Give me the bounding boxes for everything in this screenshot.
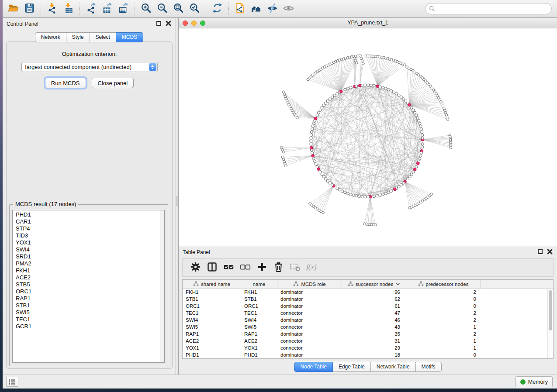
- network-node[interactable]: [419, 122, 421, 125]
- network-node[interactable]: [319, 109, 322, 111]
- mcds-result-item[interactable]: STB1: [13, 302, 160, 309]
- network-node[interactable]: [326, 179, 329, 182]
- tab-style[interactable]: Style: [66, 32, 90, 42]
- task-history-button[interactable]: [6, 377, 18, 387]
- network-node[interactable]: [360, 57, 363, 60]
- network-node[interactable]: [415, 114, 418, 117]
- apply-layout-button[interactable]: [209, 1, 225, 16]
- network-node[interactable]: [408, 175, 411, 178]
- network-node[interactable]: [376, 195, 378, 197]
- network-node[interactable]: [324, 102, 327, 104]
- network-node[interactable]: [317, 111, 320, 114]
- mcds-result-item[interactable]: ACE2: [13, 274, 160, 281]
- memory-button[interactable]: Memory: [515, 376, 553, 387]
- network-node[interactable]: [333, 94, 336, 96]
- mcds-result-item[interactable]: YOX1: [13, 239, 160, 246]
- network-node[interactable]: [421, 145, 424, 148]
- tab-node-table[interactable]: Node Table: [294, 362, 333, 372]
- network-node[interactable]: [450, 146, 452, 149]
- network-node[interactable]: [310, 131, 313, 134]
- zoom-fit-button[interactable]: [170, 1, 187, 16]
- network-node[interactable]: [400, 96, 402, 98]
- table-row[interactable]: YOX1YOX1connector291: [183, 344, 553, 351]
- network-node[interactable]: [416, 117, 419, 119]
- import-table-button[interactable]: [60, 1, 76, 16]
- export-network-button[interactable]: [83, 1, 99, 16]
- network-node[interactable]: [384, 192, 387, 195]
- export-image-button[interactable]: [115, 1, 131, 16]
- network-node[interactable]: [379, 194, 381, 196]
- network-node[interactable]: [310, 143, 312, 145]
- network-node[interactable]: [373, 84, 375, 87]
- network-node[interactable]: [405, 100, 407, 102]
- network-node[interactable]: [331, 96, 333, 98]
- network-node[interactable]: [410, 107, 413, 109]
- network-node[interactable]: [392, 91, 395, 93]
- column-header-name[interactable]: name: [241, 280, 277, 288]
- network-node[interactable]: [324, 178, 327, 180]
- settings-button[interactable]: [189, 261, 202, 275]
- tab-network[interactable]: Network: [35, 32, 66, 42]
- network-node[interactable]: [359, 55, 362, 57]
- network-node[interactable]: [321, 107, 323, 109]
- zoom-out-button[interactable]: [154, 1, 170, 16]
- network-node[interactable]: [312, 157, 315, 160]
- network-node[interactable]: [381, 193, 384, 196]
- tab-motifs[interactable]: Motifs: [416, 362, 442, 372]
- network-node[interactable]: [364, 84, 367, 86]
- network-node-selected[interactable]: [393, 188, 396, 191]
- minimize-window-icon[interactable]: [191, 21, 197, 26]
- network-node[interactable]: [313, 160, 316, 162]
- mcds-result-item[interactable]: TEC1: [13, 316, 160, 323]
- network-node[interactable]: [310, 134, 312, 136]
- table-row[interactable]: SWI4SWI4dominator462: [183, 316, 553, 323]
- mcds-result-item[interactable]: SWI4: [13, 246, 160, 253]
- column-header-predecessor-nodes[interactable]: predecessor nodes: [406, 280, 481, 288]
- network-node[interactable]: [315, 163, 317, 165]
- network-node[interactable]: [374, 224, 377, 226]
- table-row[interactable]: SWI5SWI5connector431: [183, 323, 553, 330]
- network-node[interactable]: [355, 195, 358, 197]
- network-node-selected[interactable]: [311, 154, 315, 157]
- network-node[interactable]: [355, 62, 358, 64]
- network-node[interactable]: [282, 151, 285, 153]
- network-node[interactable]: [338, 189, 341, 191]
- network-node[interactable]: [362, 62, 365, 65]
- network-node[interactable]: [419, 125, 422, 127]
- network-node-selected[interactable]: [314, 117, 317, 120]
- network-node[interactable]: [361, 195, 363, 198]
- result-list-scrollbar[interactable]: [160, 210, 164, 362]
- close-table-panel-icon[interactable]: [547, 249, 553, 254]
- hide-selected-button[interactable]: [264, 1, 280, 16]
- mcds-result-item[interactable]: SRD1: [13, 253, 160, 260]
- network-node[interactable]: [387, 191, 390, 194]
- network-node[interactable]: [398, 185, 400, 188]
- network-node[interactable]: [412, 171, 415, 173]
- network-node-selected[interactable]: [408, 103, 411, 107]
- network-node[interactable]: [312, 122, 315, 125]
- add-button[interactable]: [255, 261, 268, 275]
- mcds-result-item[interactable]: CAR1: [13, 218, 160, 225]
- close-panel-icon[interactable]: [166, 21, 171, 26]
- tab-network-table[interactable]: Network Table: [371, 362, 416, 372]
- network-node[interactable]: [400, 183, 402, 186]
- table-row[interactable]: ORC1ORC1dominator610: [183, 303, 553, 309]
- network-node[interactable]: [349, 193, 352, 196]
- network-node[interactable]: [296, 117, 298, 119]
- network-node[interactable]: [322, 175, 325, 178]
- network-node[interactable]: [321, 173, 323, 175]
- criterion-dropdown[interactable]: largest connected component (undirected): [21, 62, 158, 72]
- network-node[interactable]: [390, 89, 392, 92]
- network-node[interactable]: [322, 211, 325, 214]
- network-node[interactable]: [414, 111, 416, 114]
- network-node[interactable]: [284, 165, 287, 167]
- run-mcds-button[interactable]: Run MCDS: [45, 78, 86, 88]
- mcds-result-item[interactable]: PHD1: [13, 211, 160, 218]
- network-node[interactable]: [370, 84, 373, 86]
- zoom-in-button[interactable]: [138, 1, 154, 16]
- close-panel-button[interactable]: Close panel: [92, 78, 134, 88]
- select-all-button[interactable]: [222, 261, 235, 275]
- network-node[interactable]: [344, 88, 346, 91]
- network-node[interactable]: [421, 134, 424, 136]
- export-table-button[interactable]: [99, 1, 115, 16]
